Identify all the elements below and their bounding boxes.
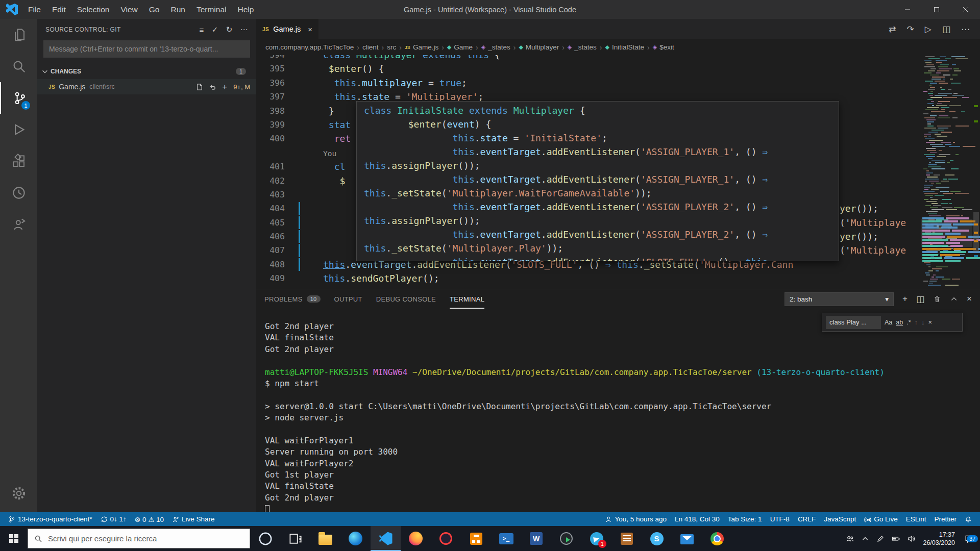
status-live-share[interactable]: Live Share <box>168 512 219 526</box>
pen-icon[interactable] <box>876 535 885 543</box>
minimap[interactable] <box>921 55 972 289</box>
menu-terminal[interactable]: Terminal <box>191 0 232 19</box>
scm-action-commit[interactable]: ✓ <box>212 25 218 34</box>
stage-changes-icon[interactable]: + <box>222 83 227 91</box>
menu-file[interactable]: File <box>22 0 46 19</box>
status-git-branch[interactable]: 13-terzo-o-quarto-client* <box>4 512 96 526</box>
breadcrumb-item-client[interactable]: client <box>362 43 379 51</box>
status-encoding[interactable]: UTF-8 <box>766 512 794 526</box>
activity-explorer[interactable] <box>0 19 37 51</box>
minimize-button[interactable] <box>893 0 922 19</box>
battery-icon[interactable] <box>892 535 900 543</box>
taskbar-search[interactable]: Scrivi qui per eseguire la ricerca <box>28 529 250 548</box>
close-tab-icon[interactable]: × <box>308 25 312 34</box>
activity-run-debug[interactable] <box>0 114 37 145</box>
open-file-icon[interactable] <box>195 83 203 91</box>
status-sync-changes[interactable]: 0↓ 1↑ <box>96 512 131 526</box>
find-next-button[interactable]: ↓ <box>921 318 925 326</box>
kill-terminal-icon[interactable] <box>933 295 941 303</box>
activity-settings[interactable] <box>0 478 37 509</box>
taskbar-app-obs[interactable] <box>551 526 581 551</box>
taskbar-app-mail[interactable] <box>672 526 702 551</box>
menu-view[interactable]: View <box>115 0 143 19</box>
editor-action-open-changes[interactable]: ⇄ <box>889 24 896 35</box>
status-notifications[interactable] <box>961 512 976 526</box>
taskbar-app-edge[interactable] <box>340 526 371 551</box>
taskbar-app-powershell[interactable] <box>491 526 521 551</box>
panel-tab-output[interactable]: OUTPUT <box>334 289 362 309</box>
discard-changes-icon[interactable] <box>209 83 216 91</box>
status-eol[interactable]: CRLF <box>794 512 820 526</box>
start-button[interactable] <box>0 526 28 551</box>
split-terminal-icon[interactable]: ◫ <box>916 294 924 305</box>
breadcrumb-item-com-company-app-tictactoe[interactable]: com.company.app.TicTacToe <box>265 43 354 51</box>
taskbar-app-file-explorer[interactable] <box>310 526 340 551</box>
menu-run[interactable]: Run <box>165 0 190 19</box>
tab-game-js[interactable]: JS Game.js × <box>256 19 318 39</box>
find-input[interactable]: class Play ... <box>826 316 881 329</box>
breadcrumb-item--states[interactable]: ◈_states <box>481 43 510 51</box>
activity-live-share[interactable] <box>0 209 37 240</box>
taskbar-app-opera[interactable] <box>431 526 461 551</box>
activity-extensions[interactable] <box>0 145 37 177</box>
status-go-live[interactable]: Go Live <box>860 512 902 526</box>
maximize-button[interactable] <box>922 0 951 19</box>
breadcrumb-item-initialstate[interactable]: ◆InitialState <box>605 43 644 51</box>
maximize-panel-icon[interactable] <box>950 295 958 303</box>
panel-tab-problems[interactable]: PROBLEMS10 <box>264 289 321 309</box>
menu-selection[interactable]: Selection <box>71 0 115 19</box>
regex-toggle[interactable]: .* <box>906 319 911 326</box>
taskbar-app-word[interactable] <box>521 526 551 551</box>
breadcrumb-item--states[interactable]: ◈_states <box>568 43 597 51</box>
taskbar-app-chat[interactable]: 1 <box>581 526 611 551</box>
activity-remote-explorer[interactable] <box>0 177 37 209</box>
status-language-mode[interactable]: JavaScript <box>820 512 860 526</box>
scm-action-view-mode[interactable]: ≡ <box>200 26 204 34</box>
breadcrumb-item-multiplayer[interactable]: ◆Multiplayer <box>519 43 559 51</box>
editor-action-more-actions[interactable]: ⋯ <box>961 24 970 35</box>
editor-scrollbar[interactable] <box>972 55 980 289</box>
terminal[interactable]: Got 2nd playerVAL finalStateGot 2nd play… <box>256 309 980 512</box>
status-cursor-position[interactable]: Ln 418, Col 30 <box>671 512 724 526</box>
taskbar-app-drawio[interactable] <box>461 526 491 551</box>
taskbar-app-books[interactable] <box>611 526 642 551</box>
activity-search[interactable] <box>0 51 37 82</box>
scm-file-row[interactable]: JS Game.js client\src + 9+, M <box>37 79 256 94</box>
taskbar-app-cortana[interactable] <box>250 526 280 551</box>
changes-section-header[interactable]: CHANGES 1 <box>37 64 256 79</box>
panel-tab-terminal[interactable]: TERMINAL <box>450 289 484 309</box>
taskbar-clock[interactable]: 17:37 26/03/2020 <box>923 531 955 547</box>
menu-go[interactable]: Go <box>143 0 165 19</box>
breadcrumb-item-src[interactable]: src <box>387 43 396 51</box>
status-indentation[interactable]: Tab Size: 1 <box>724 512 766 526</box>
taskbar-app-skype[interactable] <box>642 526 672 551</box>
status-eslint[interactable]: ESLint <box>902 512 930 526</box>
breadcrumb-item--exit[interactable]: ◈$exit <box>653 43 674 51</box>
find-previous-button[interactable]: ↑ <box>915 318 918 326</box>
terminal-select[interactable]: 2: bash ▾ <box>785 292 894 306</box>
status-prettier[interactable]: Prettier <box>930 512 961 526</box>
people-icon[interactable] <box>846 535 854 543</box>
menu-edit[interactable]: Edit <box>46 0 71 19</box>
whole-word-toggle[interactable]: ab <box>896 319 903 326</box>
editor-action-open-preview[interactable]: ↷ <box>907 24 914 35</box>
close-panel-icon[interactable]: × <box>967 294 972 304</box>
editor-action-run-file[interactable]: ▷ <box>925 24 932 35</box>
taskbar-app-task-view[interactable] <box>280 526 310 551</box>
editor-action-split-editor[interactable]: ◫ <box>942 24 950 35</box>
new-terminal-icon[interactable]: + <box>902 294 908 304</box>
taskbar-app-chrome[interactable] <box>702 526 732 551</box>
taskbar-app-firefox[interactable] <box>401 526 431 551</box>
status-problems[interactable]: ⊗ 0 ⚠ 10 <box>131 512 168 526</box>
code-editor[interactable]: 394class Multiplayer extends this {395 $… <box>256 55 980 289</box>
action-center-button[interactable]: 37 <box>963 534 974 543</box>
volume-icon[interactable] <box>907 535 915 543</box>
panel-tab-debug-console[interactable]: DEBUG CONSOLE <box>376 289 436 309</box>
taskbar-app-vscode[interactable] <box>371 526 401 551</box>
breadcrumb-item-game-js[interactable]: JSGame.js <box>405 43 438 51</box>
match-case-toggle[interactable]: Aa <box>885 319 892 326</box>
scm-action-more-actions[interactable]: ⋯ <box>240 25 248 34</box>
chevron-up-icon[interactable] <box>861 535 869 543</box>
commit-message-input[interactable] <box>43 40 250 58</box>
close-find-icon[interactable]: × <box>928 318 933 326</box>
